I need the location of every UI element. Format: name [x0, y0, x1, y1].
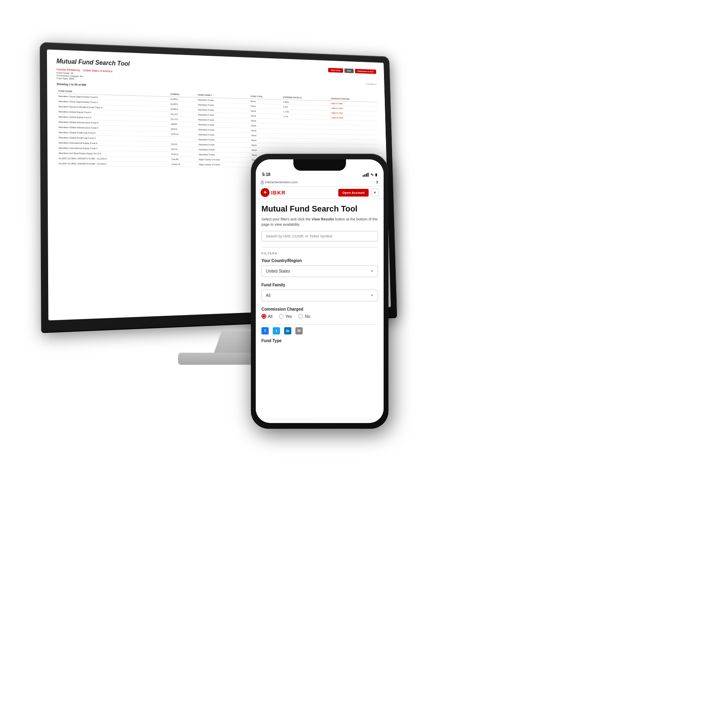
table-cell-3: Stock: [250, 138, 282, 143]
phone-page-title: Mutual Fund Search Tool: [261, 204, 378, 214]
fund-family-dropdown-value: All: [266, 293, 270, 298]
download-button[interactable]: Download to XLS: [355, 69, 376, 74]
phone-screen: 5:18 ∿ ▮: [256, 159, 384, 423]
view-results-bold: View Results: [312, 217, 334, 221]
screen-pagination: 1 2 3 4 5 >>: [366, 83, 377, 85]
hamburger-menu-button[interactable]: ≡: [371, 188, 379, 197]
login-link[interactable]: Login to View: [331, 116, 343, 119]
commission-all-radio[interactable]: [261, 314, 266, 319]
svg-rect-0: [261, 182, 263, 184]
fund-family-filter-label: Fund Family: [261, 283, 378, 287]
fund-type-filter-label: Fund Type: [261, 339, 378, 343]
table-cell-1: CHALCK: [170, 162, 197, 167]
ibkr-logo-text: IBKR: [271, 190, 286, 196]
start-over-button[interactable]: Start Over: [328, 68, 343, 73]
open-account-button[interactable]: Open Account: [338, 189, 368, 197]
commission-radio-group: All Yes No: [261, 314, 378, 319]
commission-yes-label: Yes: [285, 314, 292, 319]
commission-no-radio[interactable]: [298, 314, 303, 319]
table-cell-1: AWRX: [169, 122, 197, 127]
search-input[interactable]: [261, 231, 378, 241]
commission-yes-option[interactable]: Yes: [279, 314, 292, 319]
filters-section-label: FILTERS: [261, 247, 378, 255]
table-cell-1: FGALX: [170, 152, 197, 157]
commission-all-option[interactable]: All: [261, 314, 272, 319]
table-cell-2: Alger Family of Funds: [197, 157, 250, 162]
ibkr-star-icon: ✦: [261, 188, 269, 197]
share-icon: ⬆: [376, 180, 379, 184]
fund-family-arrow-icon: ▼: [370, 294, 373, 297]
lock-icon: [261, 180, 264, 184]
url-text: interactivebrokers.com: [265, 180, 297, 184]
pagination-text[interactable]: 1 2 3 4 5 >>: [366, 83, 377, 85]
table-cell-0: ALGER GLOBAL GROWTH FUND - CLASS C: [57, 161, 170, 167]
table-cell-1: [170, 137, 197, 142]
wifi-icon: ∿: [370, 172, 373, 177]
table-cell-1: CPVCX: [170, 131, 197, 137]
phone-address-bar[interactable]: interactivebrokers.com ⬆: [256, 178, 384, 186]
login-link[interactable]: Login to View: [331, 107, 343, 109]
fund-family-dropdown[interactable]: All ▼: [261, 290, 378, 301]
table-cell-3: Stock: [250, 148, 283, 153]
country-filter-label: Your Country/Region: [261, 258, 378, 263]
country-dropdown-value: United States: [266, 269, 290, 273]
phone: 5:18 ∿ ▮: [251, 154, 388, 429]
table-cell-1: CHLBX: [170, 157, 197, 162]
phone-description: Select your filters and click the View R…: [261, 217, 378, 227]
table-cell-1: WVCX: [169, 127, 197, 132]
url-bar: interactivebrokers.com: [261, 180, 297, 184]
table-cell-1: GGCX: [170, 147, 197, 152]
commission-no-label: No: [305, 314, 310, 319]
subtitle-value: United States of America: [83, 69, 112, 72]
table-cell-2: Aberdeen Funds: [197, 152, 250, 157]
main-scene: Start Over Edit Download to XLS 1 2 3 4 …: [0, 0, 713, 728]
commission-filter-label: Commission Charged: [261, 307, 378, 311]
login-link[interactable]: Login to View: [331, 102, 343, 105]
commission-all-label: All: [268, 314, 272, 319]
login-link[interactable]: Login to View: [331, 112, 343, 114]
phone-nav-bar: ✦ IBKR Open Account ≡: [256, 186, 384, 199]
phone-footer: f t in ✉: [261, 324, 378, 337]
twitter-icon[interactable]: t: [273, 327, 280, 334]
table-cell-2: Alger Family of Funds: [197, 162, 250, 167]
phone-bezel: 5:18 ∿ ▮: [251, 154, 388, 429]
signal-bars-icon: [363, 173, 369, 177]
facebook-icon[interactable]: f: [261, 327, 269, 334]
ibkr-logo: ✦ IBKR: [261, 188, 286, 197]
subtitle-label: Investor Residency:: [57, 68, 81, 72]
phone-notch: [293, 159, 346, 171]
linkedin-icon[interactable]: in: [284, 327, 291, 334]
table-cell-3: Stock: [250, 143, 283, 148]
dropdown-arrow-icon: ▼: [370, 269, 373, 273]
battery-icon: ▮: [375, 173, 377, 177]
email-icon[interactable]: ✉: [295, 327, 303, 334]
phone-body: Mutual Fund Search Tool Select your filt…: [256, 199, 384, 418]
commission-yes-radio[interactable]: [279, 314, 284, 319]
table-cell-1: GGAX: [170, 142, 197, 147]
country-dropdown[interactable]: United States ▼: [261, 265, 378, 277]
commission-no-option[interactable]: No: [298, 314, 310, 319]
edit-button[interactable]: Edit: [344, 68, 354, 73]
radio-selected-dot: [263, 315, 265, 317]
status-time: 5:18: [262, 172, 270, 177]
